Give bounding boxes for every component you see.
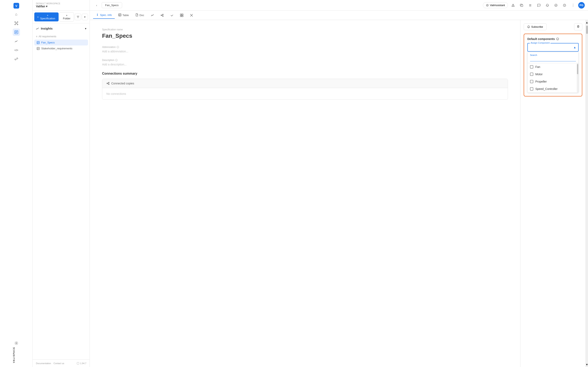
spec-content: Specification name Fan_Specs Abbreviatio… — [90, 20, 520, 367]
more-options-topbar-button[interactable]: ⋮ — [570, 2, 577, 9]
subscribe-button[interactable]: Subscribe — [524, 24, 546, 30]
check-icon — [170, 14, 173, 17]
svg-text:?: ? — [564, 4, 565, 7]
help-icon-button[interactable]: ? — [561, 2, 568, 9]
connected-copies-label: Connected copies — [111, 82, 134, 85]
delete-button[interactable] — [574, 23, 582, 30]
component-checkbox-fan[interactable] — [530, 65, 533, 68]
version-label: 1.94.7 — [77, 362, 86, 365]
nav-item-fan-specs[interactable]: Fan_Specs — [34, 40, 88, 45]
component-checkbox-motor[interactable] — [530, 73, 533, 76]
tools-icon — [190, 14, 193, 17]
check-circle-icon-button[interactable] — [553, 2, 559, 9]
list-icon-button[interactable] — [527, 2, 534, 9]
svg-line-59 — [108, 83, 108, 84]
search-field: Search — [527, 52, 579, 63]
more-options-button[interactable]: ▾ — [82, 14, 88, 20]
component-label-propeller: Propeller — [535, 80, 547, 83]
export-icon-button[interactable] — [510, 2, 517, 9]
tab-doc[interactable]: Doc — [132, 12, 147, 18]
specs-icon[interactable] — [13, 29, 20, 36]
nav-panel: DEFAULT WORKSPACE Valifan ▾ + + Specific… — [33, 0, 90, 367]
nav-tree: Fan_Specs Stakeholder_requirements — [33, 40, 90, 51]
component-item-speed-controller[interactable]: Speed_Controller — [527, 85, 579, 92]
home-icon[interactable]: ⌂ — [13, 11, 20, 18]
svg-point-41 — [163, 14, 163, 15]
sidebar-toggle-button[interactable]: ‹ — [93, 2, 100, 9]
tab-table[interactable]: Table — [116, 12, 132, 18]
search-input[interactable] — [530, 56, 576, 61]
component-item-propeller[interactable]: Propeller — [527, 78, 579, 85]
grid-icon — [180, 14, 183, 17]
chat-icon-button[interactable] — [535, 2, 542, 9]
components-icon[interactable] — [13, 20, 20, 27]
svg-text:V: V — [15, 4, 17, 8]
workspace-chevron: ▾ — [46, 5, 47, 8]
add-folder-button[interactable]: + Folder — [60, 12, 74, 22]
tab-grid[interactable] — [177, 12, 186, 18]
main-area: ‹ Fan_Specs ValiAssistant — [90, 0, 588, 367]
component-list: Fan Motor Propeller Speed_Controlle — [527, 63, 579, 92]
svg-line-58 — [108, 83, 108, 83]
subscribe-label: Subscribe — [531, 25, 543, 28]
doc-link[interactable]: Documentation — [36, 362, 51, 365]
svg-rect-45 — [180, 14, 182, 15]
svg-line-11 — [16, 49, 17, 51]
scroll-thumb[interactable] — [586, 26, 588, 34]
svg-point-55 — [107, 83, 108, 84]
tab-check[interactable] — [167, 12, 176, 18]
svg-point-6 — [17, 24, 18, 25]
tab-chart[interactable] — [148, 12, 157, 18]
content-area: Specification name Fan_Specs Abbreviatio… — [90, 20, 588, 367]
sidebar: V ⌂ VALISPACE — [0, 0, 33, 367]
topbar: ‹ Fan_Specs ValiAssistant — [90, 0, 588, 11]
copy-icon-button[interactable] — [518, 2, 525, 9]
svg-point-40 — [161, 15, 162, 16]
tab-tools[interactable] — [187, 12, 196, 18]
tab-connections[interactable] — [158, 12, 167, 18]
svg-point-12 — [16, 342, 17, 343]
settings-icon[interactable] — [13, 340, 20, 347]
description-placeholder[interactable]: Add a description... — [102, 63, 508, 66]
nav-item-stakeholder-requirements[interactable]: Stakeholder_requirements — [34, 45, 88, 51]
assign-component-dropdown[interactable]: Assign Component ▲ — [527, 43, 579, 52]
analytics-icon[interactable] — [13, 38, 20, 45]
insights-header[interactable]: Insights ▾ — [36, 25, 86, 32]
insights-section: Insights ▾ — [33, 24, 90, 33]
svg-rect-24 — [77, 362, 79, 364]
tab-spec-info-label: Spec. info — [100, 13, 112, 17]
abbreviation-placeholder[interactable]: Add a abbreviation... — [102, 50, 508, 53]
svg-point-4 — [17, 22, 18, 22]
workspace-name[interactable]: Valifan ▾ — [36, 5, 86, 8]
connections-title: Connections summary — [102, 72, 508, 75]
contact-link[interactable]: Contact us — [53, 362, 64, 365]
valispace-brand: VALISPACE — [13, 347, 15, 363]
description-label: Description i — [102, 59, 508, 62]
vali-assistant-label: ValiAssistant — [490, 4, 505, 7]
vali-assistant-button[interactable]: ValiAssistant — [483, 2, 508, 8]
spec-title: Fan_Specs — [102, 33, 508, 39]
dropdown-scrollbar[interactable] — [577, 63, 579, 92]
svg-point-34 — [97, 14, 98, 14]
code-icon[interactable] — [13, 47, 20, 54]
link-icon[interactable] — [13, 55, 20, 63]
insights-title: Insights — [36, 27, 53, 30]
chart-icon — [151, 14, 154, 17]
add-spec-button[interactable]: + + Specification — [34, 12, 59, 21]
component-label-motor: Motor — [535, 73, 543, 76]
spec-info-icon — [96, 13, 99, 17]
component-item-fan[interactable]: Fan — [527, 63, 579, 71]
filter-button[interactable] — [75, 14, 81, 20]
svg-line-44 — [162, 16, 163, 16]
dropdown-scroll-thumb — [577, 64, 578, 74]
notification-icon-button[interactable] — [544, 2, 551, 9]
component-item-motor[interactable]: Motor — [527, 71, 579, 78]
fan-specs-tab[interactable]: Fan_Specs — [102, 2, 122, 8]
user-avatar[interactable]: PG — [578, 2, 585, 8]
all-requirements-label[interactable]: ≡ All requirements — [33, 33, 90, 40]
search-label: Search — [530, 54, 576, 56]
main-scrollbar[interactable]: ▲ ▼ — [586, 20, 588, 367]
component-checkbox-speed-controller[interactable] — [530, 87, 533, 91]
tab-spec-info[interactable]: Spec. info — [93, 12, 115, 19]
component-checkbox-propeller[interactable] — [530, 80, 533, 83]
